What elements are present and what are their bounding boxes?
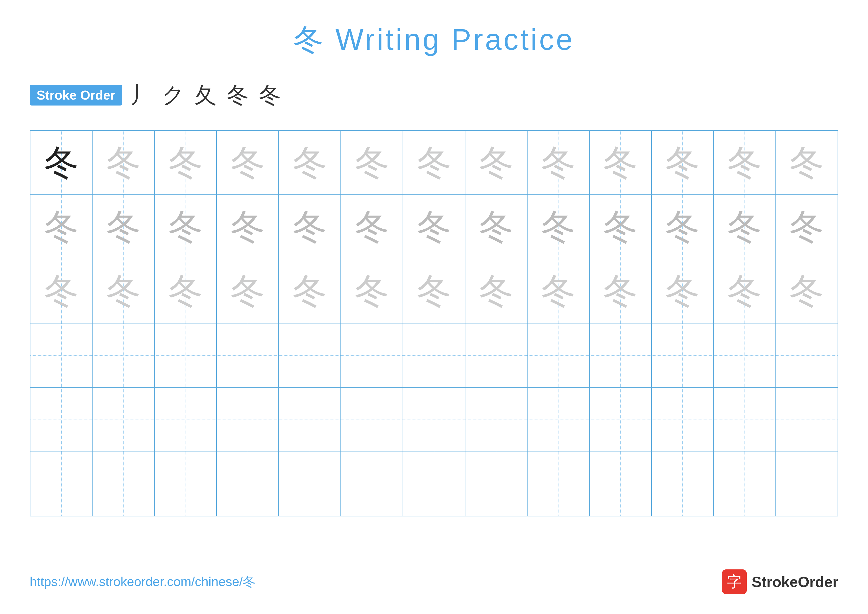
grid-cell[interactable] [217, 323, 279, 387]
grid-cell[interactable] [217, 452, 279, 516]
grid-cell[interactable] [154, 323, 217, 387]
grid-cell[interactable]: 冬 [92, 259, 154, 323]
grid-cell[interactable]: 冬 [30, 259, 92, 323]
grid-cell[interactable]: 冬 [589, 131, 651, 195]
grid-cell[interactable] [527, 323, 589, 387]
grid-cell[interactable]: 冬 [714, 131, 776, 195]
grid-cell[interactable]: 冬 [154, 195, 217, 259]
grid-cell[interactable] [154, 452, 217, 516]
grid-cell[interactable] [527, 387, 589, 452]
grid-cell[interactable] [651, 452, 714, 516]
stroke-1: 丿 [130, 80, 152, 110]
grid-cell[interactable]: 冬 [217, 195, 279, 259]
grid-cell[interactable]: 冬 [341, 131, 403, 195]
grid-cell[interactable]: 冬 [527, 131, 589, 195]
stroke-2: ク [162, 80, 184, 110]
grid-cell[interactable]: 冬 [279, 259, 341, 323]
grid-cell[interactable] [30, 323, 92, 387]
grid-cell[interactable] [341, 323, 403, 387]
page: 冬 Writing Practice Stroke Order 丿 ク 夂 冬 … [0, 0, 868, 614]
grid-cell[interactable]: 冬 [154, 131, 217, 195]
grid-cell[interactable] [30, 387, 92, 452]
grid-cell[interactable] [92, 323, 154, 387]
grid-cell[interactable] [403, 387, 465, 452]
grid-cell[interactable] [279, 387, 341, 452]
stroke-order-badge: Stroke Order [30, 85, 122, 106]
grid-cell[interactable]: 冬 [217, 259, 279, 323]
title-char: 冬 [293, 23, 325, 56]
grid-cell[interactable]: 冬 [403, 259, 465, 323]
logo-icon: 字 [722, 569, 747, 594]
grid-cell[interactable]: 冬 [589, 259, 651, 323]
grid-cell[interactable]: 冬 [341, 259, 403, 323]
grid-cell[interactable]: 冬 [30, 195, 92, 259]
grid-cell[interactable] [714, 452, 776, 516]
grid-cell[interactable] [92, 387, 154, 452]
grid-cell[interactable] [776, 323, 838, 387]
grid-cell[interactable]: 冬 [651, 131, 714, 195]
footer-logo: 字 StrokeOrder [722, 569, 838, 594]
practice-grid: 冬冬冬冬冬冬冬冬冬冬冬冬冬冬冬冬冬冬冬冬冬冬冬冬冬冬冬冬冬冬冬冬冬冬冬冬冬冬冬 [30, 130, 838, 516]
stroke-sequence: 丿 ク 夂 冬 冬 [130, 80, 281, 110]
grid-cell[interactable] [403, 323, 465, 387]
grid-cell[interactable] [776, 387, 838, 452]
grid-cell[interactable] [465, 452, 527, 516]
grid-cell[interactable] [589, 452, 651, 516]
grid-cell[interactable] [341, 452, 403, 516]
grid-cell[interactable]: 冬 [527, 195, 589, 259]
grid-cell[interactable]: 冬 [341, 195, 403, 259]
grid-cell[interactable] [279, 452, 341, 516]
grid-cell[interactable] [403, 452, 465, 516]
grid-cell[interactable]: 冬 [92, 131, 154, 195]
grid-cell[interactable] [651, 323, 714, 387]
grid-cell[interactable]: 冬 [154, 259, 217, 323]
grid-cell[interactable]: 冬 [30, 131, 92, 195]
grid-cell[interactable] [92, 452, 154, 516]
grid-cell[interactable] [217, 387, 279, 452]
grid-cell[interactable]: 冬 [217, 131, 279, 195]
grid-cell[interactable]: 冬 [589, 195, 651, 259]
grid-cell[interactable]: 冬 [776, 131, 838, 195]
grid-cell[interactable]: 冬 [714, 195, 776, 259]
grid-cell[interactable]: 冬 [92, 195, 154, 259]
grid-cell[interactable] [465, 323, 527, 387]
stroke-order-row: Stroke Order 丿 ク 夂 冬 冬 [30, 80, 838, 110]
page-title: 冬 Writing Practice [30, 20, 838, 60]
stroke-4: 冬 [227, 80, 249, 110]
grid-cell[interactable]: 冬 [776, 259, 838, 323]
grid-cell[interactable]: 冬 [651, 195, 714, 259]
grid-cell[interactable] [341, 387, 403, 452]
grid-cell[interactable]: 冬 [776, 195, 838, 259]
grid-cell[interactable]: 冬 [279, 195, 341, 259]
grid-cell[interactable]: 冬 [403, 131, 465, 195]
title-text: Writing Practice [325, 23, 574, 56]
grid-cell[interactable] [714, 387, 776, 452]
stroke-5: 冬 [259, 80, 281, 110]
grid-cell[interactable] [154, 387, 217, 452]
grid-cell[interactable]: 冬 [465, 195, 527, 259]
grid-cell[interactable] [651, 387, 714, 452]
grid-cell[interactable]: 冬 [403, 195, 465, 259]
logo-name: StrokeOrder [752, 574, 838, 591]
footer: https://www.strokeorder.com/chinese/冬 字 … [30, 569, 838, 594]
grid-cell[interactable] [279, 323, 341, 387]
grid-cell[interactable] [589, 323, 651, 387]
grid-cell[interactable] [527, 452, 589, 516]
grid-cell[interactable] [714, 323, 776, 387]
grid-cell[interactable]: 冬 [527, 259, 589, 323]
grid-cell[interactable]: 冬 [465, 131, 527, 195]
grid-cell[interactable]: 冬 [279, 131, 341, 195]
grid-cell[interactable] [589, 387, 651, 452]
grid-cell[interactable]: 冬 [465, 259, 527, 323]
grid-cell[interactable]: 冬 [651, 259, 714, 323]
grid-cell[interactable] [30, 452, 92, 516]
stroke-3: 夂 [194, 80, 217, 110]
grid-cell[interactable] [465, 387, 527, 452]
grid-cell[interactable] [776, 452, 838, 516]
grid-cell[interactable]: 冬 [714, 259, 776, 323]
footer-url: https://www.strokeorder.com/chinese/冬 [30, 573, 256, 591]
